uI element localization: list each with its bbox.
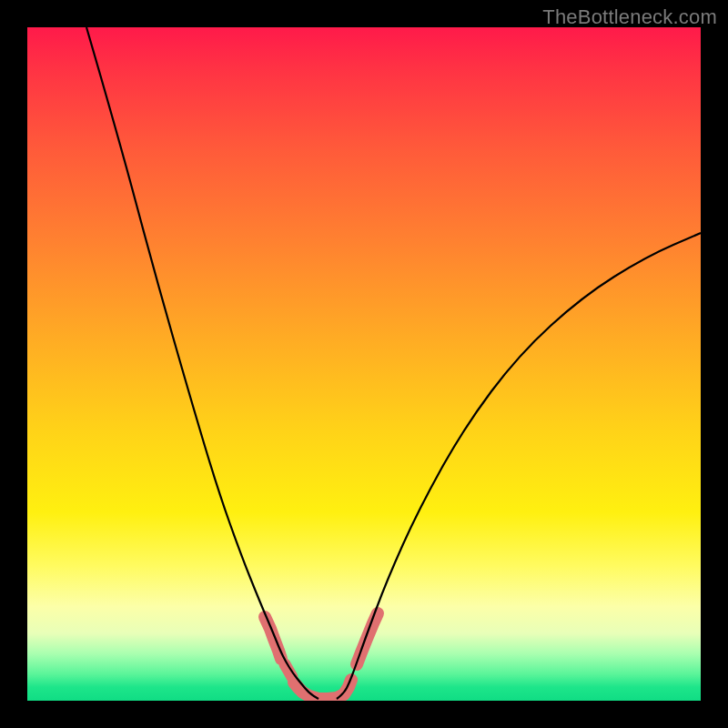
highlight-left-descent bbox=[265, 617, 281, 659]
left-curve bbox=[86, 27, 318, 699]
plot-area bbox=[27, 27, 701, 701]
curves-svg bbox=[27, 27, 701, 701]
highlight-valley-floor bbox=[294, 680, 351, 699]
right-curve bbox=[337, 233, 701, 699]
chart-frame: TheBottleneck.com bbox=[0, 0, 728, 728]
watermark-text: TheBottleneck.com bbox=[542, 5, 717, 29]
